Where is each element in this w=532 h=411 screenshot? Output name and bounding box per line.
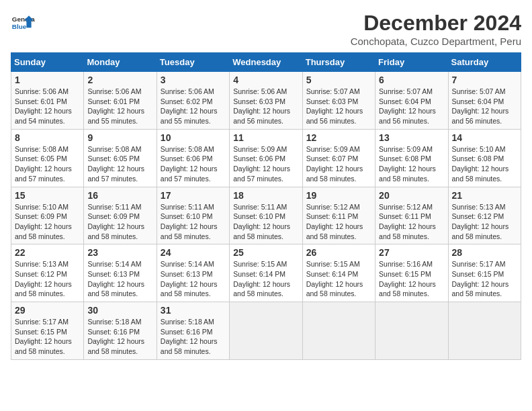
table-row <box>448 302 521 360</box>
col-thursday: Thursday <box>302 53 375 72</box>
page-title: December 2024 <box>351 11 521 36</box>
table-row: 4Sunrise: 5:06 AMSunset: 6:03 PMDaylight… <box>230 72 302 130</box>
col-friday: Friday <box>375 53 448 72</box>
table-row: 10Sunrise: 5:08 AMSunset: 6:06 PMDayligh… <box>157 129 229 187</box>
calendar-table: Sunday Monday Tuesday Wednesday Thursday… <box>11 52 521 360</box>
table-row: 9Sunrise: 5:08 AMSunset: 6:05 PMDaylight… <box>84 129 157 187</box>
table-row: 15Sunrise: 5:10 AMSunset: 6:09 PMDayligh… <box>11 187 84 244</box>
page-subtitle: Conchopata, Cuzco Department, Peru <box>351 36 521 47</box>
table-row: 7Sunrise: 5:07 AMSunset: 6:04 PMDaylight… <box>448 72 521 130</box>
table-row: 5Sunrise: 5:07 AMSunset: 6:03 PMDaylight… <box>302 72 375 130</box>
col-monday: Monday <box>84 53 157 72</box>
col-saturday: Saturday <box>448 53 521 72</box>
calendar-row-2: 8Sunrise: 5:08 AMSunset: 6:05 PMDaylight… <box>11 129 521 187</box>
table-row: 1Sunrise: 5:06 AMSunset: 6:01 PMDaylight… <box>11 72 84 130</box>
calendar-header-row: Sunday Monday Tuesday Wednesday Thursday… <box>11 53 521 72</box>
col-tuesday: Tuesday <box>157 53 229 72</box>
table-row <box>375 302 448 360</box>
calendar-row-1: 1Sunrise: 5:06 AMSunset: 6:01 PMDaylight… <box>11 72 521 130</box>
table-row: 24Sunrise: 5:14 AMSunset: 6:13 PMDayligh… <box>157 244 229 302</box>
calendar-row-3: 15Sunrise: 5:10 AMSunset: 6:09 PMDayligh… <box>11 187 521 244</box>
col-sunday: Sunday <box>11 53 84 72</box>
calendar-row-4: 22Sunrise: 5:13 AMSunset: 6:12 PMDayligh… <box>11 244 521 302</box>
table-row: 2Sunrise: 5:06 AMSunset: 6:01 PMDaylight… <box>84 72 157 130</box>
table-row: 26Sunrise: 5:15 AMSunset: 6:14 PMDayligh… <box>302 244 375 302</box>
logo: General Blue <box>11 11 35 35</box>
table-row: 18Sunrise: 5:11 AMSunset: 6:10 PMDayligh… <box>230 187 302 244</box>
col-wednesday: Wednesday <box>230 53 302 72</box>
title-block: December 2024 Conchopata, Cuzco Departme… <box>351 11 521 47</box>
table-row: 8Sunrise: 5:08 AMSunset: 6:05 PMDaylight… <box>11 129 84 187</box>
table-row: 12Sunrise: 5:09 AMSunset: 6:07 PMDayligh… <box>302 129 375 187</box>
table-row: 30Sunrise: 5:18 AMSunset: 6:16 PMDayligh… <box>84 302 157 360</box>
table-row: 25Sunrise: 5:15 AMSunset: 6:14 PMDayligh… <box>230 244 302 302</box>
table-row: 13Sunrise: 5:09 AMSunset: 6:08 PMDayligh… <box>375 129 448 187</box>
table-row: 20Sunrise: 5:12 AMSunset: 6:11 PMDayligh… <box>375 187 448 244</box>
table-row: 31Sunrise: 5:18 AMSunset: 6:16 PMDayligh… <box>157 302 229 360</box>
page-header: General Blue December 2024 Conchopata, C… <box>11 11 521 47</box>
table-row: 19Sunrise: 5:12 AMSunset: 6:11 PMDayligh… <box>302 187 375 244</box>
svg-text:Blue: Blue <box>12 23 27 30</box>
table-row: 14Sunrise: 5:10 AMSunset: 6:08 PMDayligh… <box>448 129 521 187</box>
table-row: 29Sunrise: 5:17 AMSunset: 6:15 PMDayligh… <box>11 302 84 360</box>
table-row: 6Sunrise: 5:07 AMSunset: 6:04 PMDaylight… <box>375 72 448 130</box>
table-row: 23Sunrise: 5:14 AMSunset: 6:13 PMDayligh… <box>84 244 157 302</box>
table-row: 28Sunrise: 5:17 AMSunset: 6:15 PMDayligh… <box>448 244 521 302</box>
table-row: 3Sunrise: 5:06 AMSunset: 6:02 PMDaylight… <box>157 72 229 130</box>
logo-icon: General Blue <box>11 11 35 35</box>
table-row <box>302 302 375 360</box>
table-row: 21Sunrise: 5:13 AMSunset: 6:12 PMDayligh… <box>448 187 521 244</box>
table-row <box>230 302 302 360</box>
table-row: 17Sunrise: 5:11 AMSunset: 6:10 PMDayligh… <box>157 187 229 244</box>
table-row: 11Sunrise: 5:09 AMSunset: 6:06 PMDayligh… <box>230 129 302 187</box>
table-row: 16Sunrise: 5:11 AMSunset: 6:09 PMDayligh… <box>84 187 157 244</box>
table-row: 22Sunrise: 5:13 AMSunset: 6:12 PMDayligh… <box>11 244 84 302</box>
calendar-row-5: 29Sunrise: 5:17 AMSunset: 6:15 PMDayligh… <box>11 302 521 360</box>
table-row: 27Sunrise: 5:16 AMSunset: 6:15 PMDayligh… <box>375 244 448 302</box>
